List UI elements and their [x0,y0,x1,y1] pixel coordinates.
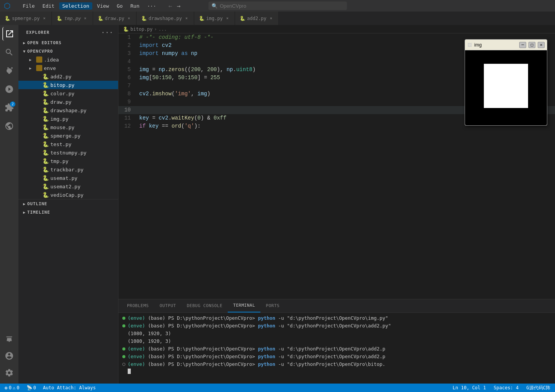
menu-run[interactable]: Run [127,2,142,10]
nav-back[interactable]: ← [167,2,174,10]
outline-label: OUTLINE [27,201,47,206]
terminal-text: (1080, 1920, 3) [128,338,171,345]
vscode-icon: ⬡ [4,1,10,10]
menu-file[interactable]: File [20,2,38,10]
sidebar-item-label: spmerge.py [50,133,80,139]
activity-explorer[interactable] [2,27,16,41]
terminal-line-2: (enve) (base) PS D:\pythonProject\OpenCV… [118,322,555,330]
tab-drawshape[interactable]: 🐍 drawshape.py × [137,12,194,25]
close-tab-icon[interactable]: × [268,16,274,21]
status-spaces[interactable]: Spaces: 4 [492,384,520,392]
sidebar-item-usemat[interactable]: 🐍 usemat.py [18,174,118,182]
terminal-dot [122,332,125,335]
preview-restore-button[interactable]: □ [528,42,535,48]
panel-tab-debug[interactable]: DEBUG CONSOLE [182,299,228,312]
panel-tab-ports[interactable]: PORTS [260,299,285,312]
sidebar-item-vediocap[interactable]: 🐍 vedioCap.py [18,191,118,199]
sidebar-item-label: testnumpy.py [50,150,87,156]
status-encoding[interactable]: G源代码C阵 [525,384,552,392]
sidebar-item-bitop[interactable]: 🐍 bitop.py [18,81,118,89]
sidebar-item-usemat2[interactable]: 🐍 usemat2.py [18,182,118,191]
close-tab-icon[interactable]: × [225,16,230,21]
statusbar: ⊕ 0 ⚠ 0 📡 0 Auto Attach: Always Ln 10, C… [0,384,555,392]
terminal-dot [122,317,125,320]
python-file-icon: 🐍 [42,133,49,139]
nav-forward[interactable]: → [175,2,182,10]
sidebar-item-label: drawshape.py [50,108,87,113]
preview-minimize-button[interactable]: ─ [519,42,526,48]
preview-window[interactable]: 🖼 img ─ □ ✕ [465,39,547,126]
python-file-icon: 🐍 [42,82,49,88]
sidebar-item-mouse[interactable]: 🐍 mouse.py [18,123,118,131]
activity-extensions[interactable]: 2 [2,101,16,115]
sidebar-item-color[interactable]: 🐍 color.py [18,89,118,98]
status-remote[interactable]: ⊕ 0 ⚠ 0 [3,384,21,392]
panel-tab-output[interactable]: OUTPUT [154,299,182,312]
activity-run-debug[interactable] [2,82,16,96]
terminal-dot [122,347,125,350]
activity-search[interactable] [2,45,16,59]
panel-tab-terminal[interactable]: TERMINAL [228,299,260,312]
main: 🐍 spmerge.py × 🐍 tmp.py × 🐍 draw.py × 🐍 … [0,12,555,392]
sidebar-item-trackbar[interactable]: 🐍 trackbar.py [18,165,118,174]
status-auto-attach[interactable]: Auto Attach: Always [42,384,97,392]
sidebar-item-label: color.py [50,91,75,96]
python-file-icon: 🐍 [42,90,49,96]
activity-source-control[interactable] [2,64,16,78]
search-input[interactable] [220,3,344,9]
sidebar-item-testnumpy[interactable]: 🐍 testnumpy.py [18,148,118,157]
sidebar-item-draw[interactable]: 🐍 draw.py [18,98,118,106]
status-broadcast[interactable]: 📡 0 [25,384,38,392]
menu-more[interactable]: ··· [144,2,159,10]
activity-account[interactable] [2,349,16,363]
project-name-label: OPENCVPRO [27,49,53,54]
line-number: 1 [118,33,138,42]
tab-tmp[interactable]: 🐍 tmp.py × [52,12,93,25]
python-icon: 🐍 [199,16,204,21]
close-tab-icon[interactable]: × [42,16,47,21]
close-tab-icon[interactable]: × [184,16,189,21]
tab-add2[interactable]: 🐍 add2.py × [235,12,279,25]
preview-close-button[interactable]: ✕ [538,42,545,48]
activity-testing[interactable] [2,332,16,346]
editor-container: 1 # -*- coding: utf-8 -*- 2 import cv2 3 [118,33,555,299]
activity-settings[interactable] [2,366,16,380]
python-icon: 🐍 [240,16,245,21]
sidebar-item-tmp[interactable]: 🐍 tmp.py [18,157,118,165]
activity-remote-explorer[interactable] [2,119,16,133]
menu-edit[interactable]: Edit [39,2,57,10]
close-tab-icon[interactable]: × [126,16,132,21]
status-left: ⊕ 0 ⚠ 0 📡 0 Auto Attach: Always [3,384,97,392]
sidebar-item-spmerge[interactable]: 🐍 spmerge.py [18,131,118,140]
python-icon: 🐍 [141,16,147,21]
panel-tabs: PROBLEMS OUTPUT DEBUG CONSOLE TERMINAL P… [118,299,555,313]
sidebar-item-img[interactable]: 🐍 img.py [18,115,118,123]
sidebar-item-add2[interactable]: 🐍 add2.py [18,72,118,81]
tab-label: img.py [206,16,223,21]
search-bar[interactable]: 🔍 [208,2,347,10]
terminal-text: (enve) (base) PS D:\pythonProject\OpenCV… [128,361,385,368]
sidebar-item-test[interactable]: 🐍 test.py [18,140,118,148]
open-editors-collapse[interactable]: ▶ OPEN EDITORS [18,38,118,47]
menu-go[interactable]: Go [113,2,126,10]
status-ln-col[interactable]: Ln 10, Col 1 [451,384,488,392]
python-icon: 🐍 [57,16,62,21]
tab-label: add2.py [247,16,267,21]
menu-selection[interactable]: Selection [59,2,92,10]
outline-collapse[interactable]: ▶ OUTLINE [18,199,118,208]
sidebar-item-drawshape[interactable]: 🐍 drawshape.py [18,106,118,115]
close-tab-icon[interactable]: × [83,16,88,21]
panel-tab-problems[interactable]: PROBLEMS [122,299,154,312]
timeline-collapse[interactable]: ▶ TIMELINE [18,208,118,216]
project-collapse[interactable]: ▼ OPENCVPRO [18,47,118,55]
status-errors: 0 [9,385,12,390]
sidebar-more-icon[interactable]: ··· [101,29,113,36]
terminal-content[interactable]: (enve) (base) PS D:\pythonProject\OpenCV… [118,313,555,384]
sidebar-item-idea[interactable]: ▶ .idea [18,55,118,64]
tab-draw[interactable]: 🐍 draw.py × [93,12,137,25]
tab-spmerge[interactable]: 🐍 spmerge.py × [0,12,52,25]
menu-view[interactable]: View [94,2,112,10]
tab-img[interactable]: 🐍 img.py × [194,12,235,25]
open-editors-label: OPEN EDITORS [27,40,62,45]
sidebar-item-enve[interactable]: ▶ enve [18,64,118,72]
